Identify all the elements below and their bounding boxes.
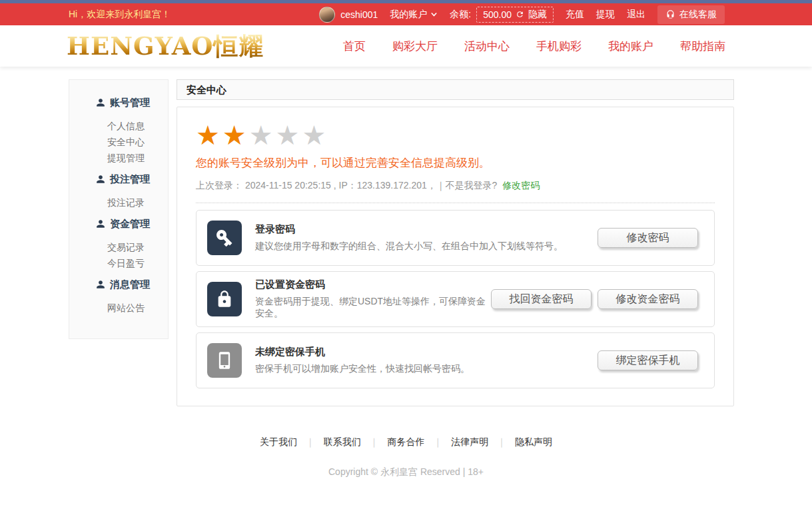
welcome-text: Hi，欢迎来到永利皇宫！: [69, 9, 171, 21]
balance-value: 500.00: [483, 9, 512, 20]
user-icon: [96, 280, 105, 289]
footer-separator: ｜: [434, 436, 443, 447]
site-logo[interactable]: HENGYAO恒耀: [67, 34, 264, 59]
sidebar-item-bet-records[interactable]: 投注记录: [69, 195, 168, 211]
star-rating: ★★★★★: [196, 122, 715, 150]
sidebar-item-site-announcements[interactable]: 网站公告: [69, 300, 168, 316]
online-service-label: 在线客服: [679, 9, 717, 21]
change-login-password-button[interactable]: 修改密码: [598, 228, 698, 248]
my-account-label: 我的账户: [390, 9, 427, 21]
last-login-label: 上次登录：: [196, 180, 242, 191]
avatar[interactable]: [319, 7, 335, 23]
card-title: 登录密码: [255, 223, 598, 236]
sidebar-item-transaction-records[interactable]: 交易记录: [69, 239, 168, 255]
sidebar-group-label: 资金管理: [110, 218, 150, 231]
chevron-down-icon: [430, 11, 438, 18]
recover-fund-password-button[interactable]: 找回资金密码: [491, 289, 592, 309]
footer-separator: ｜: [370, 436, 379, 447]
nav-lottery-hall[interactable]: 购彩大厅: [392, 39, 438, 54]
footer-business[interactable]: 商务合作: [388, 436, 425, 447]
balance-cluster: 余额: 500.00 隐藏: [450, 7, 554, 23]
footer-legal[interactable]: 法律声明: [451, 436, 488, 447]
nav-my-account[interactable]: 我的账户: [608, 39, 653, 54]
my-account-dropdown[interactable]: 我的账户: [390, 9, 438, 21]
last-login-line: 上次登录： 2024-11-15 20:25:15 , IP：123.139.1…: [196, 180, 715, 192]
bind-phone-button[interactable]: 绑定密保手机: [598, 350, 698, 370]
change-password-link[interactable]: 修改密码: [502, 180, 540, 191]
login-password-card: 登录密码 建议您使用字母和数字的组合、混合大小写、在组合中加入下划线等符号。 修…: [196, 210, 715, 266]
sidebar: 账号管理 个人信息 安全中心 提现管理 投注管理 投注记录 资金管理 交: [69, 79, 169, 339]
card-desc: 密保手机可以增加账户安全性，快速找回帐号密码。: [255, 363, 598, 375]
user-icon: [96, 175, 105, 184]
security-phone-card: 未绑定密保手机 密保手机可以增加账户安全性，快速找回帐号密码。 绑定密保手机: [196, 332, 715, 388]
user-icon: [96, 219, 105, 229]
ip-value: 123.139.172.201: [357, 180, 427, 191]
username: ceshi001: [340, 9, 378, 20]
card-desc: 资金密码用于提现、绑定USDT地址等操作，可保障资金安全。: [255, 296, 491, 320]
topbar: Hi，欢迎来到永利皇宫！ ceshi001 我的账户 余额: 500.00: [0, 3, 812, 25]
sidebar-group-funds[interactable]: 资金管理: [69, 216, 168, 232]
sidebar-item-personal-info[interactable]: 个人信息: [69, 118, 168, 134]
user-icon: [96, 98, 105, 107]
withdraw-link[interactable]: 提现: [596, 9, 615, 21]
key-icon: [207, 221, 242, 255]
user-cluster: ceshi001: [319, 7, 378, 23]
change-fund-password-button[interactable]: 修改资金密码: [598, 289, 698, 309]
not-me-text: ，｜不是我登录?: [427, 180, 498, 191]
card-title: 未绑定密保手机: [255, 346, 598, 358]
security-level-text: 您的账号安全级别为中，可以通过完善安全信息提高级别。: [196, 155, 715, 171]
star-filled-icon: ★: [222, 121, 249, 150]
footer-links: 关于我们｜联系我们｜商务合作｜法律声明｜隐私声明: [0, 436, 812, 448]
refresh-balance-icon[interactable]: [516, 10, 524, 19]
page-title: 安全中心: [177, 79, 734, 100]
card-title: 已设置资金密码: [255, 278, 491, 291]
footer-separator: ｜: [306, 436, 315, 447]
online-service-button[interactable]: 在线客服: [657, 5, 725, 24]
sidebar-group-label: 消息管理: [110, 278, 150, 291]
footer-about[interactable]: 关于我们: [260, 436, 297, 447]
footer-separator: ｜: [497, 436, 506, 447]
nav-help-guide[interactable]: 帮助指南: [680, 39, 725, 54]
sidebar-group-account[interactable]: 账号管理: [69, 95, 168, 111]
hide-balance-link[interactable]: 隐藏: [528, 9, 547, 21]
footer-contact[interactable]: 联系我们: [324, 436, 361, 447]
star-filled-icon: ★: [196, 121, 222, 150]
ip-label: , IP：: [331, 180, 357, 191]
sidebar-item-today-profit[interactable]: 今日盈亏: [69, 255, 168, 271]
star-empty-icon: ★: [276, 121, 302, 150]
nav-mobile-lottery[interactable]: 手机购彩: [536, 39, 582, 54]
lock-icon: [207, 282, 242, 316]
dotted-divider: [196, 203, 715, 203]
security-center-panel: ★★★★★ 您的账号安全级别为中，可以通过完善安全信息提高级别。 上次登录： 2…: [177, 107, 734, 406]
sidebar-group-label: 投注管理: [110, 173, 150, 186]
star-empty-icon: ★: [302, 121, 328, 150]
last-login-time: 2024-11-15 20:25:15: [245, 180, 331, 191]
headset-icon: [665, 9, 675, 19]
balance-label: 余额:: [450, 9, 471, 21]
phone-icon: [207, 343, 242, 378]
footer-privacy[interactable]: 隐私声明: [515, 436, 552, 447]
sidebar-group-messages[interactable]: 消息管理: [69, 276, 168, 292]
sidebar-item-security-center[interactable]: 安全中心: [69, 134, 168, 150]
balance-box: 500.00 隐藏: [476, 7, 554, 23]
copyright-text: Copyright © 永利皇宫 Reserved | 18+: [0, 466, 812, 478]
logout-link[interactable]: 退出: [627, 9, 645, 21]
site-header: HENGYAO恒耀 首页 购彩大厅 活动中心 手机购彩 我的账户 帮助指南: [0, 25, 812, 67]
sidebar-item-withdraw-management[interactable]: 提现管理: [69, 150, 168, 166]
fund-password-card: 已设置资金密码 资金密码用于提现、绑定USDT地址等操作，可保障资金安全。 找回…: [196, 271, 715, 327]
sidebar-group-betting[interactable]: 投注管理: [69, 171, 168, 187]
card-desc: 建议您使用字母和数字的组合、混合大小写、在组合中加入下划线等符号。: [255, 241, 598, 253]
recharge-link[interactable]: 充值: [566, 9, 584, 21]
star-empty-icon: ★: [249, 121, 276, 150]
sidebar-group-label: 账号管理: [110, 97, 150, 109]
nav-activity-center[interactable]: 活动中心: [464, 39, 510, 54]
nav-home[interactable]: 首页: [343, 39, 366, 54]
main-nav: 首页 购彩大厅 活动中心 手机购彩 我的账户 帮助指南: [343, 39, 725, 54]
